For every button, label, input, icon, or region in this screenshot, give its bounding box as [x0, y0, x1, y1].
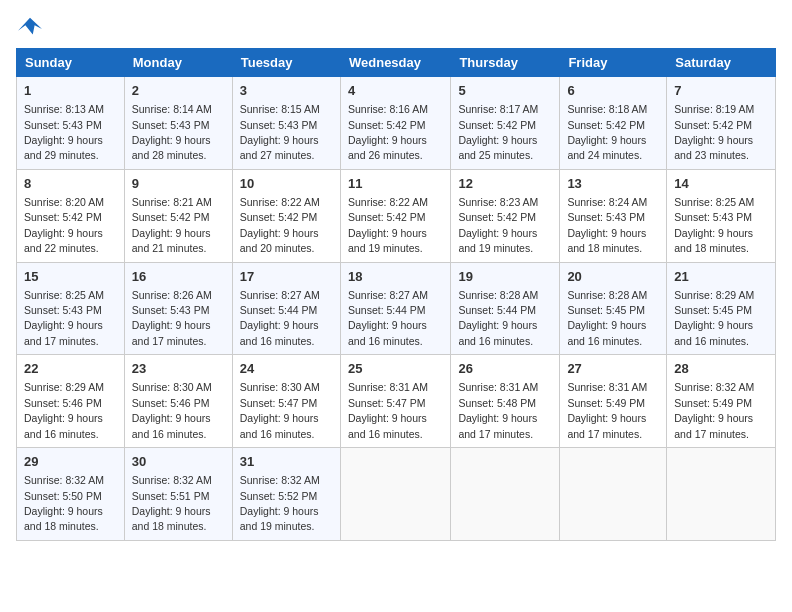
day-info: Sunrise: 8:15 AM Sunset: 5:43 PM Dayligh… [240, 103, 320, 161]
calendar-day-cell: 11 Sunrise: 8:22 AM Sunset: 5:42 PM Dayl… [340, 169, 450, 262]
day-info: Sunrise: 8:21 AM Sunset: 5:42 PM Dayligh… [132, 196, 212, 254]
calendar-day-cell: 21 Sunrise: 8:29 AM Sunset: 5:45 PM Dayl… [667, 262, 776, 355]
day-number: 30 [132, 453, 225, 471]
day-number: 7 [674, 82, 768, 100]
day-info: Sunrise: 8:28 AM Sunset: 5:45 PM Dayligh… [567, 289, 647, 347]
day-number: 20 [567, 268, 659, 286]
day-info: Sunrise: 8:24 AM Sunset: 5:43 PM Dayligh… [567, 196, 647, 254]
calendar-week-row: 22 Sunrise: 8:29 AM Sunset: 5:46 PM Dayl… [17, 355, 776, 448]
day-info: Sunrise: 8:29 AM Sunset: 5:45 PM Dayligh… [674, 289, 754, 347]
calendar-day-cell [560, 448, 667, 541]
calendar-day-cell: 29 Sunrise: 8:32 AM Sunset: 5:50 PM Dayl… [17, 448, 125, 541]
day-info: Sunrise: 8:32 AM Sunset: 5:52 PM Dayligh… [240, 474, 320, 532]
day-number: 23 [132, 360, 225, 378]
day-info: Sunrise: 8:27 AM Sunset: 5:44 PM Dayligh… [348, 289, 428, 347]
day-info: Sunrise: 8:22 AM Sunset: 5:42 PM Dayligh… [348, 196, 428, 254]
calendar-day-cell: 22 Sunrise: 8:29 AM Sunset: 5:46 PM Dayl… [17, 355, 125, 448]
day-number: 6 [567, 82, 659, 100]
logo-icon [16, 16, 44, 40]
weekday-header-cell: Friday [560, 49, 667, 77]
day-number: 22 [24, 360, 117, 378]
day-number: 12 [458, 175, 552, 193]
day-info: Sunrise: 8:32 AM Sunset: 5:49 PM Dayligh… [674, 381, 754, 439]
weekday-header-cell: Sunday [17, 49, 125, 77]
day-number: 24 [240, 360, 333, 378]
calendar-day-cell: 28 Sunrise: 8:32 AM Sunset: 5:49 PM Dayl… [667, 355, 776, 448]
day-number: 26 [458, 360, 552, 378]
calendar-day-cell: 25 Sunrise: 8:31 AM Sunset: 5:47 PM Dayl… [340, 355, 450, 448]
day-number: 31 [240, 453, 333, 471]
day-info: Sunrise: 8:20 AM Sunset: 5:42 PM Dayligh… [24, 196, 104, 254]
day-number: 15 [24, 268, 117, 286]
day-info: Sunrise: 8:31 AM Sunset: 5:48 PM Dayligh… [458, 381, 538, 439]
day-info: Sunrise: 8:26 AM Sunset: 5:43 PM Dayligh… [132, 289, 212, 347]
calendar-day-cell: 8 Sunrise: 8:20 AM Sunset: 5:42 PM Dayli… [17, 169, 125, 262]
day-info: Sunrise: 8:29 AM Sunset: 5:46 PM Dayligh… [24, 381, 104, 439]
calendar-week-row: 1 Sunrise: 8:13 AM Sunset: 5:43 PM Dayli… [17, 77, 776, 170]
calendar-day-cell: 16 Sunrise: 8:26 AM Sunset: 5:43 PM Dayl… [124, 262, 232, 355]
calendar-day-cell: 5 Sunrise: 8:17 AM Sunset: 5:42 PM Dayli… [451, 77, 560, 170]
day-number: 29 [24, 453, 117, 471]
calendar-day-cell: 15 Sunrise: 8:25 AM Sunset: 5:43 PM Dayl… [17, 262, 125, 355]
calendar-day-cell: 14 Sunrise: 8:25 AM Sunset: 5:43 PM Dayl… [667, 169, 776, 262]
day-number: 2 [132, 82, 225, 100]
day-info: Sunrise: 8:32 AM Sunset: 5:51 PM Dayligh… [132, 474, 212, 532]
day-number: 11 [348, 175, 443, 193]
day-number: 17 [240, 268, 333, 286]
calendar-day-cell: 18 Sunrise: 8:27 AM Sunset: 5:44 PM Dayl… [340, 262, 450, 355]
calendar-day-cell [451, 448, 560, 541]
weekday-header-cell: Tuesday [232, 49, 340, 77]
day-number: 25 [348, 360, 443, 378]
day-number: 13 [567, 175, 659, 193]
day-number: 27 [567, 360, 659, 378]
day-info: Sunrise: 8:32 AM Sunset: 5:50 PM Dayligh… [24, 474, 104, 532]
day-info: Sunrise: 8:14 AM Sunset: 5:43 PM Dayligh… [132, 103, 212, 161]
day-number: 9 [132, 175, 225, 193]
calendar-body: 1 Sunrise: 8:13 AM Sunset: 5:43 PM Dayli… [17, 77, 776, 541]
day-number: 10 [240, 175, 333, 193]
day-number: 19 [458, 268, 552, 286]
calendar-day-cell [667, 448, 776, 541]
calendar-day-cell: 3 Sunrise: 8:15 AM Sunset: 5:43 PM Dayli… [232, 77, 340, 170]
day-info: Sunrise: 8:30 AM Sunset: 5:47 PM Dayligh… [240, 381, 320, 439]
day-info: Sunrise: 8:25 AM Sunset: 5:43 PM Dayligh… [674, 196, 754, 254]
day-info: Sunrise: 8:27 AM Sunset: 5:44 PM Dayligh… [240, 289, 320, 347]
calendar-day-cell: 17 Sunrise: 8:27 AM Sunset: 5:44 PM Dayl… [232, 262, 340, 355]
day-info: Sunrise: 8:13 AM Sunset: 5:43 PM Dayligh… [24, 103, 104, 161]
calendar-day-cell: 4 Sunrise: 8:16 AM Sunset: 5:42 PM Dayli… [340, 77, 450, 170]
weekday-header-cell: Saturday [667, 49, 776, 77]
calendar-day-cell: 10 Sunrise: 8:22 AM Sunset: 5:42 PM Dayl… [232, 169, 340, 262]
svg-marker-0 [18, 18, 42, 35]
calendar-day-cell: 27 Sunrise: 8:31 AM Sunset: 5:49 PM Dayl… [560, 355, 667, 448]
calendar-day-cell: 1 Sunrise: 8:13 AM Sunset: 5:43 PM Dayli… [17, 77, 125, 170]
day-number: 16 [132, 268, 225, 286]
weekday-header-cell: Thursday [451, 49, 560, 77]
logo [16, 16, 48, 40]
calendar-week-row: 29 Sunrise: 8:32 AM Sunset: 5:50 PM Dayl… [17, 448, 776, 541]
day-number: 28 [674, 360, 768, 378]
weekday-header-cell: Wednesday [340, 49, 450, 77]
day-info: Sunrise: 8:28 AM Sunset: 5:44 PM Dayligh… [458, 289, 538, 347]
page-wrapper: SundayMondayTuesdayWednesdayThursdayFrid… [16, 16, 776, 541]
calendar-table: SundayMondayTuesdayWednesdayThursdayFrid… [16, 48, 776, 541]
calendar-day-cell: 24 Sunrise: 8:30 AM Sunset: 5:47 PM Dayl… [232, 355, 340, 448]
calendar-week-row: 15 Sunrise: 8:25 AM Sunset: 5:43 PM Dayl… [17, 262, 776, 355]
day-info: Sunrise: 8:19 AM Sunset: 5:42 PM Dayligh… [674, 103, 754, 161]
day-number: 3 [240, 82, 333, 100]
calendar-day-cell: 13 Sunrise: 8:24 AM Sunset: 5:43 PM Dayl… [560, 169, 667, 262]
day-info: Sunrise: 8:31 AM Sunset: 5:47 PM Dayligh… [348, 381, 428, 439]
day-info: Sunrise: 8:22 AM Sunset: 5:42 PM Dayligh… [240, 196, 320, 254]
calendar-day-cell: 20 Sunrise: 8:28 AM Sunset: 5:45 PM Dayl… [560, 262, 667, 355]
day-info: Sunrise: 8:18 AM Sunset: 5:42 PM Dayligh… [567, 103, 647, 161]
day-info: Sunrise: 8:30 AM Sunset: 5:46 PM Dayligh… [132, 381, 212, 439]
calendar-day-cell: 31 Sunrise: 8:32 AM Sunset: 5:52 PM Dayl… [232, 448, 340, 541]
calendar-day-cell [340, 448, 450, 541]
day-info: Sunrise: 8:25 AM Sunset: 5:43 PM Dayligh… [24, 289, 104, 347]
day-number: 1 [24, 82, 117, 100]
calendar-week-row: 8 Sunrise: 8:20 AM Sunset: 5:42 PM Dayli… [17, 169, 776, 262]
day-number: 4 [348, 82, 443, 100]
calendar-day-cell: 19 Sunrise: 8:28 AM Sunset: 5:44 PM Dayl… [451, 262, 560, 355]
weekday-header-cell: Monday [124, 49, 232, 77]
weekday-header-row: SundayMondayTuesdayWednesdayThursdayFrid… [17, 49, 776, 77]
day-info: Sunrise: 8:23 AM Sunset: 5:42 PM Dayligh… [458, 196, 538, 254]
